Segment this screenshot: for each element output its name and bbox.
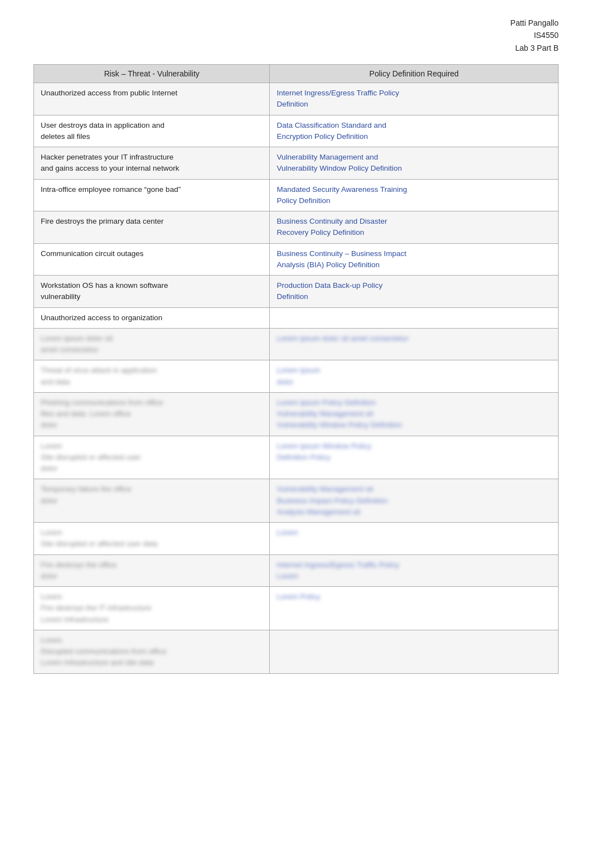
- risk-cell: Unauthorized access from public Internet: [34, 83, 270, 115]
- table-row: Fire destroys the office dolorInternet I…: [34, 554, 559, 587]
- risk-cell: Temporary failure fire office dolor: [34, 479, 270, 523]
- policy-cell: Internet Ingress/Egress Traffic PolicyLo…: [270, 554, 559, 587]
- policy-link[interactable]: Mandated Security Awareness Training: [276, 185, 407, 194]
- policy-link[interactable]: Definition Policy: [276, 453, 330, 461]
- policy-cell: Production Data Back-up PolicyDefinition: [270, 276, 559, 308]
- policy-link[interactable]: Lorem: [276, 528, 298, 537]
- table-row: Fire destroys the primary data centerBus…: [34, 211, 559, 244]
- table-row: Workstation OS has a known software vuln…: [34, 276, 559, 308]
- policy-link[interactable]: Lorem ipsum Policy Definition: [276, 398, 376, 407]
- risk-cell: Workstation OS has a known software vuln…: [34, 276, 270, 308]
- table-row: Communication circuit outagesBusiness Co…: [34, 243, 559, 276]
- risk-cell: Phishing communications from office file…: [34, 392, 270, 436]
- policy-link[interactable]: Vulnerability Management sit: [276, 409, 373, 418]
- policy-cell: Vulnerability Management sitBusiness Imp…: [270, 479, 559, 523]
- table-row: Lorem Site disrupted or affected user do…: [34, 436, 559, 479]
- risk-cell: Unauthorized access to organization: [34, 307, 270, 328]
- table-row: Unauthorized access to organization: [34, 307, 559, 328]
- policy-cell: Business Continuity – Business ImpactAna…: [270, 243, 559, 276]
- policy-cell: Internet Ingress/Egress Traffic PolicyDe…: [270, 83, 559, 115]
- policy-link[interactable]: Vulnerability Window Policy Definition: [276, 164, 402, 172]
- policy-link[interactable]: Lorem ipsum: [276, 366, 320, 374]
- table-row: Unauthorized access from public Internet…: [34, 83, 559, 115]
- policy-link[interactable]: Internet Ingress/Egress Traffic Policy: [276, 89, 399, 97]
- policy-cell: Lorem ipsumdolor: [270, 360, 559, 393]
- lab-title: Lab 3 Part B: [33, 42, 559, 54]
- col-policy-header: Policy Definition Required: [270, 65, 559, 83]
- table-row: Threat of virus attack in application an…: [34, 360, 559, 393]
- table-row: Lorem Fire destroys the IT infrastructur…: [34, 587, 559, 630]
- risk-cell: Threat of virus attack in application an…: [34, 360, 270, 393]
- policy-cell: Mandated Security Awareness TrainingPoli…: [270, 179, 559, 211]
- risk-cell: Fire destroys the primary data center: [34, 211, 270, 244]
- table-row: User destroys data in application and de…: [34, 115, 559, 147]
- policy-link[interactable]: Internet Ingress/Egress Traffic Policy: [276, 561, 399, 569]
- policy-link[interactable]: dolor: [276, 378, 293, 386]
- policy-link[interactable]: Lorem ipsum dolor sit amet consectetur: [276, 334, 408, 343]
- policy-link[interactable]: Vulnerability Management and: [276, 153, 378, 161]
- risk-cell: Lorem Fire destroys the IT infrastructur…: [34, 587, 270, 630]
- document-header: Patti Pangallo IS4550 Lab 3 Part B: [33, 17, 559, 54]
- table-row: Temporary failure fire office dolorVulne…: [34, 479, 559, 523]
- policy-link[interactable]: Encryption Policy Definition: [276, 132, 368, 141]
- policy-cell: Lorem ipsum dolor sit amet consectetur: [270, 328, 559, 360]
- policy-cell: Vulnerability Management andVulnerabilit…: [270, 147, 559, 180]
- policy-link[interactable]: Recovery Policy Definition: [276, 228, 364, 237]
- policy-link[interactable]: Lorem: [276, 572, 298, 580]
- policy-link[interactable]: Definition: [276, 292, 308, 301]
- author-name: Patti Pangallo: [33, 17, 559, 29]
- risk-cell: Communication circuit outages: [34, 243, 270, 276]
- table-row: Hacker penetrates your IT infrastructure…: [34, 147, 559, 180]
- policy-link[interactable]: Policy Definition: [276, 196, 330, 205]
- policy-cell: Lorem Policy: [270, 587, 559, 630]
- risk-policy-table: Risk – Threat - Vulnerability Policy Def…: [33, 64, 559, 674]
- policy-cell: [270, 630, 559, 673]
- policy-link[interactable]: Data Classification Standard and: [276, 121, 386, 129]
- col-risk-header: Risk – Threat - Vulnerability: [34, 65, 270, 83]
- table-row: Phishing communications from office file…: [34, 392, 559, 436]
- risk-cell: Fire destroys the office dolor: [34, 554, 270, 587]
- policy-link[interactable]: Lorem Policy: [276, 592, 320, 601]
- table-row: Lorem Disrupted communications from offi…: [34, 630, 559, 673]
- risk-cell: Lorem Disrupted communications from offi…: [34, 630, 270, 673]
- policy-link[interactable]: Vulnerability Management sit: [276, 485, 373, 493]
- policy-link[interactable]: Vulnerability Window Policy Definition: [276, 421, 402, 429]
- policy-link[interactable]: Business Continuity and Disaster: [276, 217, 387, 225]
- table-row: Lorem ipsum dolor sit amet consecteturLo…: [34, 328, 559, 360]
- risk-cell: Lorem ipsum dolor sit amet consectetur: [34, 328, 270, 360]
- risk-cell: Lorem Site disrupted or affected user do…: [34, 436, 270, 479]
- policy-link[interactable]: Business Continuity – Business Impact: [276, 249, 406, 258]
- policy-link[interactable]: Lorem ipsum Window Policy: [276, 442, 371, 450]
- policy-cell: Business Continuity and DisasterRecovery…: [270, 211, 559, 244]
- policy-link[interactable]: Definition: [276, 100, 308, 108]
- risk-cell: Hacker penetrates your IT infrastructure…: [34, 147, 270, 180]
- risk-cell: User destroys data in application and de…: [34, 115, 270, 147]
- policy-cell: Lorem: [270, 523, 559, 555]
- policy-cell: Data Classification Standard andEncrypti…: [270, 115, 559, 147]
- policy-link[interactable]: Analysis Management sit: [276, 508, 360, 516]
- risk-cell: Intra-office employee romance “gone bad”: [34, 179, 270, 211]
- policy-link[interactable]: Production Data Back-up Policy: [276, 281, 382, 290]
- risk-cell: Lorem Site disrupted or affected user da…: [34, 523, 270, 555]
- course-code: IS4550: [33, 29, 559, 41]
- table-row: Intra-office employee romance “gone bad”…: [34, 179, 559, 211]
- policy-cell: Lorem ipsum Window PolicyDefinition Poli…: [270, 436, 559, 479]
- policy-cell: Lorem ipsum Policy DefinitionVulnerabili…: [270, 392, 559, 436]
- policy-link[interactable]: Business Impact Policy Definition: [276, 496, 387, 505]
- policy-cell: [270, 307, 559, 328]
- table-row: Lorem Site disrupted or affected user da…: [34, 523, 559, 555]
- policy-link[interactable]: Analysis (BIA) Policy Definition: [276, 261, 380, 269]
- table-header-row: Risk – Threat - Vulnerability Policy Def…: [34, 65, 559, 83]
